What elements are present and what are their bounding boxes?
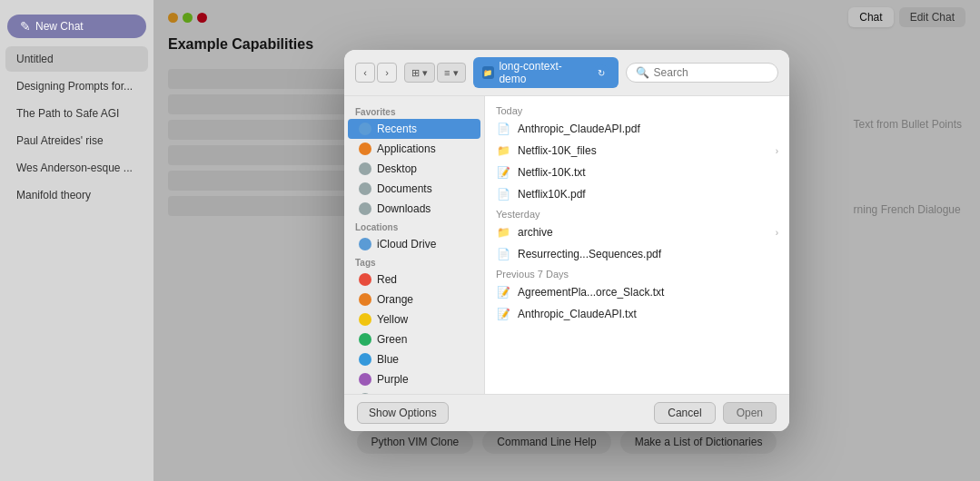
file-entry-2[interactable]: 📝 Netflix-10K.txt — [485, 162, 789, 183]
desktop-icon — [359, 162, 371, 175]
view-list-button[interactable]: ≡ ▾ — [437, 63, 465, 83]
sidebar-item-designing[interactable]: Designing Prompts for... — [5, 74, 148, 99]
file-list-pane: Today 📄 Anthropic_ClaudeAPI.pdf 📁 Netfli… — [485, 96, 789, 394]
sidebar-icloud-drive[interactable]: iCloud Drive — [348, 234, 480, 254]
sidebar-item-path-safe[interactable]: The Path to Safe AGI — [5, 101, 148, 126]
search-input[interactable] — [654, 66, 768, 79]
txt-icon-6: 📝 — [496, 285, 510, 299]
plus-icon: ✎ — [20, 19, 31, 34]
location-pill: 📁 long-context-demo ↻ — [473, 57, 619, 88]
chevron-icon-1: › — [776, 146, 778, 156]
orange-tag-icon — [359, 293, 371, 306]
file-dialog: ‹ › ⊞ ▾ ≡ ▾ 📁 long-context-demo ↻ 🔍 — [344, 50, 789, 431]
tags-label: Tags — [344, 254, 484, 270]
sidebar-tag-blue[interactable]: Blue — [348, 349, 480, 369]
section-yesterday: Yesterday — [485, 205, 789, 221]
txt-icon-2: 📝 — [496, 165, 510, 180]
sidebar-item-manifold[interactable]: Manifold theory — [5, 182, 148, 208]
purple-tag-icon — [359, 373, 371, 386]
sidebar-applications[interactable]: Applications — [348, 139, 480, 159]
search-box: 🔍 — [626, 63, 778, 83]
sidebar-item-wes-anderson[interactable]: Wes Anderson-esque ... — [5, 155, 148, 181]
nav-arrows: ‹ › — [355, 63, 397, 83]
file-entry-3[interactable]: 📄 Netflix10K.pdf — [485, 183, 789, 205]
dialog-footer: Show Options Cancel Open — [344, 394, 789, 431]
show-options-button[interactable]: Show Options — [357, 402, 449, 424]
blue-tag-icon — [359, 353, 371, 366]
dialog-sidebar-pane: Favorites Recents Applications Desktop — [344, 96, 485, 394]
file-entry-6[interactable]: 📝 AgreementPla...orce_Slack.txt — [485, 281, 789, 303]
chevron-icon-4: › — [776, 228, 778, 238]
refresh-button[interactable]: ↻ — [593, 64, 609, 81]
view-toggle: ⊞ ▾ ≡ ▾ — [404, 63, 466, 83]
icloud-icon — [359, 238, 371, 250]
search-icon: 🔍 — [636, 66, 649, 79]
sidebar-tag-purple[interactable]: Purple — [348, 369, 480, 389]
folder-icon-1: 📁 — [496, 143, 510, 158]
section-previous: Previous 7 Days — [485, 265, 789, 281]
file-entry-4[interactable]: 📁 archive › — [485, 221, 789, 243]
file-entry-1[interactable]: 📁 Netflix-10K_files › — [485, 140, 789, 162]
recents-icon — [359, 123, 371, 135]
pdf-icon-5: 📄 — [496, 247, 510, 261]
location-label: long-context-demo — [499, 60, 588, 85]
new-chat-button[interactable]: ✎ New Chat — [7, 15, 146, 38]
pdf-icon-0: 📄 — [496, 122, 510, 136]
sidebar-desktop[interactable]: Desktop — [348, 159, 480, 179]
green-tag-icon — [359, 333, 371, 346]
pdf-icon-3: 📄 — [496, 187, 510, 201]
sidebar-tag-yellow[interactable]: Yellow — [348, 309, 480, 329]
nav-back-button[interactable]: ‹ — [355, 63, 375, 83]
sidebar-documents[interactable]: Documents — [348, 179, 480, 199]
cancel-button[interactable]: Cancel — [654, 402, 715, 424]
section-today: Today — [485, 102, 789, 118]
view-grid-button[interactable]: ⊞ ▾ — [404, 63, 435, 83]
folder-icon: 📁 — [482, 66, 495, 79]
sidebar-tag-red[interactable]: Red — [348, 270, 480, 290]
nav-forward-button[interactable]: › — [377, 63, 397, 83]
sidebar-tag-orange[interactable]: Orange — [348, 290, 480, 309]
red-tag-icon — [359, 273, 371, 286]
dialog-toolbar: ‹ › ⊞ ▾ ≡ ▾ 📁 long-context-demo ↻ 🔍 — [344, 50, 789, 96]
file-entry-5[interactable]: 📄 Resurrecting...Sequences.pdf — [485, 243, 789, 265]
txt-icon-7: 📝 — [496, 307, 510, 321]
footer-right: Cancel Open — [654, 402, 777, 424]
folder-icon-4: 📁 — [496, 225, 510, 240]
yellow-tag-icon — [359, 313, 371, 326]
documents-icon — [359, 182, 371, 195]
dialog-body: Favorites Recents Applications Desktop — [344, 96, 789, 394]
downloads-icon — [359, 202, 371, 215]
sidebar-downloads[interactable]: Downloads — [348, 199, 480, 219]
sidebar-tag-green[interactable]: Green — [348, 329, 480, 349]
sidebar-item-untitled[interactable]: Untitled — [5, 46, 148, 72]
locations-label: Locations — [344, 219, 484, 234]
main-content: Chat Edit Chat Example Capabilities Text… — [153, 0, 980, 481]
file-entry-0[interactable]: 📄 Anthropic_ClaudeAPI.pdf — [485, 118, 789, 140]
sidebar-recents[interactable]: Recents — [348, 119, 480, 139]
file-entry-7[interactable]: 📝 Anthropic_ClaudeAPI.txt — [485, 303, 789, 325]
dialog-overlay: ‹ › ⊞ ▾ ≡ ▾ 📁 long-context-demo ↻ 🔍 — [153, 0, 980, 481]
applications-icon — [359, 142, 371, 155]
sidebar: ✎ New Chat Untitled Designing Prompts fo… — [0, 0, 153, 481]
favorites-label: Favorites — [344, 103, 484, 119]
sidebar-item-paul[interactable]: Paul Atreides' rise — [5, 128, 148, 153]
open-button[interactable]: Open — [723, 402, 777, 424]
